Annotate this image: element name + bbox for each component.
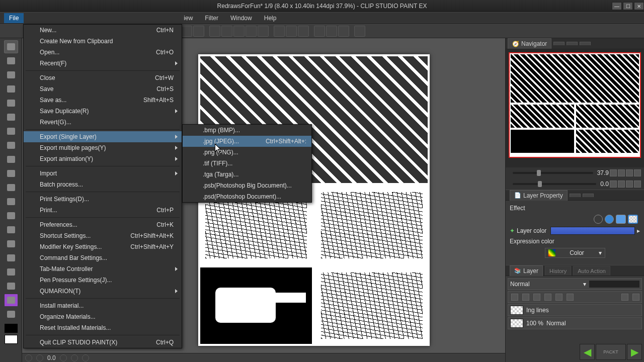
rot-reset[interactable] <box>626 180 633 188</box>
eyedropper-tool[interactable] <box>4 125 18 138</box>
layer-move-tool[interactable] <box>4 82 18 96</box>
deco-tool[interactable] <box>4 195 18 208</box>
timeline-play[interactable] <box>60 354 67 361</box>
export-menu-item[interactable]: .png (PNG)... <box>183 147 311 158</box>
file-menu-item[interactable]: Revert(G)... <box>24 117 182 128</box>
export-menu-item[interactable]: .psb(Photoshop Big Document)... <box>183 180 311 191</box>
file-menu-item[interactable]: Pen Pressure Settings(J)... <box>24 275 182 286</box>
file-menu-item[interactable]: Recent(F) <box>24 58 182 69</box>
lp-tab-2[interactable] <box>570 194 581 197</box>
export-menu-item[interactable]: .tga (Targa)... <box>183 169 311 180</box>
autoaction-tab[interactable]: Auto Action <box>573 266 610 276</box>
move-tool[interactable] <box>4 54 18 67</box>
layer-color-more[interactable]: ▸ <box>637 227 640 234</box>
file-menu-item[interactable]: Print...Ctrl+P <box>24 205 182 216</box>
layer-row-lines[interactable]: Ing lines <box>508 304 642 316</box>
tb-flip-v[interactable] <box>326 26 337 37</box>
tb-guide[interactable] <box>298 26 309 37</box>
history-tab[interactable]: History <box>545 266 571 276</box>
timeline-next[interactable] <box>82 354 89 361</box>
effect-tone-icon[interactable] <box>605 215 614 224</box>
file-menu-item[interactable]: Organize Materials... <box>24 311 182 322</box>
tb-ruler[interactable] <box>258 26 269 37</box>
pen-tool[interactable] <box>4 139 18 152</box>
layer-row-active[interactable]: 100 % Normal <box>508 317 642 329</box>
effect-mask-icon[interactable] <box>628 215 638 224</box>
navigator-tab[interactable]: 🧭 Navigator <box>508 38 551 49</box>
menu-file[interactable]: File <box>4 13 24 23</box>
fill-tool[interactable] <box>4 237 18 250</box>
menu-window[interactable]: Window <box>225 13 257 23</box>
eraser-tool[interactable] <box>4 209 18 222</box>
zoom-in[interactable] <box>618 169 625 176</box>
blend-tool[interactable] <box>4 223 18 236</box>
balloon-tool[interactable] <box>4 294 18 307</box>
fg-color-swatch[interactable] <box>5 324 18 333</box>
file-menu-item[interactable]: Import <box>24 168 182 179</box>
menu-view[interactable]: iew <box>179 13 198 23</box>
text-tool[interactable] <box>4 280 18 293</box>
effect-layercolor-icon[interactable] <box>616 215 626 224</box>
file-menu-item[interactable]: QUMARION(T) <box>24 286 182 297</box>
zoom-100[interactable] <box>634 169 641 176</box>
overlay-prev[interactable]: ◀ <box>580 344 595 360</box>
lp-tab-3[interactable] <box>583 194 594 197</box>
tb-clear[interactable] <box>209 26 220 37</box>
layer-property-tab[interactable]: 📄 Layer Property <box>510 190 568 201</box>
nav-tab-3[interactable] <box>567 42 578 45</box>
brush-tool[interactable] <box>4 167 18 180</box>
file-menu-item[interactable]: Print Settings(D)... <box>24 194 182 205</box>
file-menu-item[interactable]: Export multiple pages(Y) <box>24 142 182 153</box>
file-menu-item[interactable]: Tab-Mate Controller <box>24 263 182 275</box>
blend-mode-row[interactable]: Normal▾ <box>508 278 642 290</box>
tb-transform[interactable] <box>233 26 245 37</box>
file-menu-item[interactable]: Save Duplicate(R) <box>24 106 182 117</box>
undo-button[interactable] <box>181 26 192 37</box>
tb-display[interactable] <box>354 26 365 37</box>
rot-flip[interactable] <box>634 180 641 188</box>
file-menu-item[interactable]: Reset Installed Materials... <box>24 322 182 333</box>
export-menu-item[interactable]: .tif (TIFF)... <box>183 158 311 169</box>
wand-tool[interactable] <box>4 111 18 124</box>
layer-tab[interactable]: 📚 Layer <box>510 265 543 276</box>
redo-button[interactable] <box>193 26 204 37</box>
correct-tool[interactable] <box>4 308 18 321</box>
figure-tool[interactable] <box>4 265 18 279</box>
file-menu-item[interactable]: CloseCtrl+W <box>24 72 182 83</box>
nav-tab-4[interactable] <box>580 42 591 45</box>
file-menu-item[interactable]: Command Bar Settings... <box>24 252 182 263</box>
expression-dropdown[interactable]: Color ▾ <box>545 248 605 258</box>
file-menu-item[interactable]: New...Ctrl+N <box>24 25 182 36</box>
nav-tab-2[interactable] <box>553 42 565 45</box>
rotate-slider[interactable] <box>513 183 596 185</box>
export-menu-item[interactable]: .psd(Photoshop Document)... <box>183 191 311 202</box>
tb-grid[interactable] <box>274 26 285 37</box>
file-menu-item[interactable]: Modifier Key Settings...Ctrl+Shift+Alt+Y <box>24 241 182 252</box>
magnify-tool[interactable] <box>4 40 18 53</box>
file-menu-item[interactable]: SaveCtrl+S <box>24 83 182 95</box>
operation-tool[interactable] <box>4 68 18 81</box>
menu-help[interactable]: Help <box>259 13 282 23</box>
overlay-next[interactable]: ▶ <box>627 344 642 360</box>
file-menu-item[interactable]: Shortcut Settings...Ctrl+Shift+Alt+K <box>24 230 182 241</box>
rot-ccw[interactable] <box>610 180 617 188</box>
file-menu-item[interactable]: Save as...Shift+Alt+S <box>24 95 182 106</box>
lasso-tool[interactable] <box>4 97 18 110</box>
layer-color-swatch[interactable] <box>550 227 635 235</box>
zoom-out[interactable] <box>610 169 617 176</box>
tb-select[interactable] <box>221 26 232 37</box>
pencil-tool[interactable] <box>4 153 18 166</box>
file-menu-item[interactable]: Export animation(Y) <box>24 153 182 164</box>
file-menu-item[interactable]: Export (Single Layer) <box>24 131 182 142</box>
export-submenu[interactable]: .bmp (BMP)....jpg (JPEG)...Ctrl+Shift+Al… <box>182 124 312 203</box>
zoom-slider[interactable] <box>513 172 593 174</box>
file-menu-item[interactable]: Batch process... <box>24 179 182 190</box>
tb-rot[interactable] <box>338 26 349 37</box>
zoom-fit[interactable] <box>626 169 633 176</box>
layer-opts-row[interactable] <box>508 291 642 303</box>
menu-filter[interactable]: Filter <box>200 13 223 23</box>
tb-persp[interactable] <box>286 26 297 37</box>
export-menu-item[interactable]: .bmp (BMP)... <box>183 125 311 136</box>
navigator-panel[interactable] <box>506 49 644 167</box>
file-menu-dropdown[interactable]: New...Ctrl+NCreate New from ClipboardOpe… <box>23 24 182 348</box>
